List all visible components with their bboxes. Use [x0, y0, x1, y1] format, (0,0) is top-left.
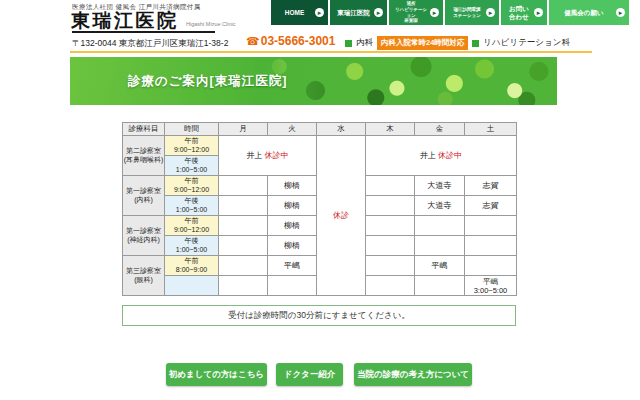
nav-item-visiting-nurse-station[interactable]: 瑞江訪問看護 ステーション ▸ — [445, 0, 499, 25]
schedule-cell: 大道寺 — [415, 196, 465, 216]
green-square-icon — [472, 40, 479, 47]
schedule-cell: 柳橋 — [268, 236, 317, 256]
schedule-cell: 井上 休診中 — [366, 136, 517, 176]
nav-item-label: 瑞江訪問看護 ステーション — [450, 7, 484, 18]
arrow-circle-icon: ▸ — [374, 8, 383, 17]
nav-item-contact[interactable]: お問い合わせ ▸ — [501, 0, 547, 25]
schedule-cell — [268, 276, 317, 296]
page: 医療法人社団 健風会 江戸川共済病院付属 東瑞江医院 Higashi Mizue… — [0, 0, 640, 400]
schedule-cell — [465, 216, 517, 236]
clinic-name-english: Higashi Mizue Clinic — [186, 21, 236, 27]
dept-rehab-label: リハビリテーション科 — [483, 37, 570, 49]
schedule-cell — [219, 236, 268, 256]
foliage-fade — [255, 57, 557, 105]
room-cell: 第二診察室(耳鼻咽喉科) — [123, 136, 165, 176]
schedule-cell: 平嶋3:00~5:00 — [465, 276, 517, 296]
badge-24h: 内科入院常時24時間対応 — [377, 36, 468, 50]
time-cell: 午後1:00~5:00 — [165, 236, 219, 256]
col-header: 診療科目 — [123, 123, 165, 136]
schedule-cell — [366, 276, 415, 296]
schedule-cell: 柳橋 — [268, 196, 317, 216]
nav-item-label: 健風会の願い — [554, 9, 614, 16]
schedule-cell — [219, 216, 268, 236]
doctor-intro-button[interactable]: ドクター紹介 — [276, 363, 343, 386]
schedule-cell: 柳橋 — [268, 216, 317, 236]
page-title: 診療のご案内[東瑞江医院] — [128, 57, 287, 105]
time-cell: 午前8:00~9:00 — [165, 256, 219, 276]
table-header-row: 診療科目 時間 月 火 水 木 金 土 — [123, 123, 517, 136]
first-visit-button[interactable]: 初めましての方はこちら — [166, 363, 267, 386]
arrow-circle-icon: ▸ — [534, 8, 543, 17]
reception-note: 受付は診療時間の30分前にすませてください。 — [122, 305, 516, 326]
clinic-address: 〒132-0044 東京都江戸川区東瑞江1-38-2 — [72, 38, 228, 50]
schedule-cell: 志賀 — [465, 196, 517, 216]
schedule-cell — [415, 236, 465, 256]
schedule-cell: 井上 休診中 — [219, 136, 317, 176]
time-cell: 午前9:00~12:00 — [165, 216, 219, 236]
col-header: 時間 — [165, 123, 219, 136]
schedule-cell — [219, 256, 268, 276]
main-nav: HOME ▸ 東瑞江医院 ▸ 通所 リハビリテーション 若葉園 ▸ 瑞江訪問看護… — [271, 0, 629, 25]
time-cell: 午前9:00~12:00 — [165, 136, 219, 156]
schedule-cell: 平嶋 — [415, 256, 465, 276]
green-square-icon — [345, 40, 352, 47]
col-header: 木 — [366, 123, 415, 136]
nav-item-clinic[interactable]: 東瑞江医院 ▸ — [330, 0, 387, 25]
schedule-cell: 大道寺 — [415, 176, 465, 196]
schedule-cell — [219, 196, 268, 216]
schedule-cell — [465, 256, 517, 276]
nav-item-day-rehab[interactable]: 通所 リハビリテーション 若葉園 ▸ — [389, 0, 443, 25]
treatment-policy-button[interactable]: 当院の診療の考え方について — [354, 363, 472, 386]
logo-underline — [72, 31, 215, 33]
arrow-circle-icon: ▸ — [315, 8, 324, 17]
time-cell: 午後1:00~5:00 — [165, 156, 219, 176]
schedule-cell — [366, 216, 415, 236]
nav-item-kenpukai-wish[interactable]: 健風会の願い ▸ — [549, 0, 629, 25]
schedule-cell — [366, 176, 415, 196]
nav-item-label: HOME — [276, 9, 313, 16]
phone-icon: ☎ — [246, 35, 260, 47]
room-cell: 第三診察室(眼科) — [123, 256, 165, 296]
schedule-cell — [465, 236, 517, 256]
schedule-cell — [366, 236, 415, 256]
schedule-cell — [219, 276, 268, 296]
department-row: 内科 内科入院常時24時間対応 リハビリテーション科 — [345, 36, 570, 50]
schedule-cell — [366, 196, 415, 216]
schedule-table: 診療科目 時間 月 火 水 木 金 土 第二診察室(耳鼻咽喉科) 午前9:00~… — [122, 122, 517, 296]
time-cell: 午前9:00~12:00 — [165, 176, 219, 196]
schedule-cell — [219, 176, 268, 196]
schedule-cell — [415, 216, 465, 236]
arrow-circle-icon: ▸ — [430, 8, 439, 17]
schedule-cell: 志賀 — [465, 176, 517, 196]
schedule-cell: 平嶋 — [268, 256, 317, 276]
room-cell: 第一診察室(内科) — [123, 176, 165, 216]
nav-item-label: 東瑞江医院 — [335, 9, 372, 16]
header-divider — [70, 51, 592, 53]
col-header: 水 — [317, 123, 366, 136]
time-cell — [165, 276, 219, 296]
phone-number: ☎03-5666-3001 — [246, 34, 335, 48]
room-cell: 第一診察室(神経内科) — [123, 216, 165, 256]
col-header: 火 — [268, 123, 317, 136]
nav-item-label: 通所 リハビリテーション 若葉園 — [394, 1, 428, 24]
arrow-circle-icon: ▸ — [616, 8, 625, 17]
arrow-circle-icon: ▸ — [486, 8, 495, 17]
wednesday-closed-cell: 休診 — [317, 136, 366, 296]
col-header: 土 — [465, 123, 517, 136]
nav-item-label: お問い合わせ — [506, 5, 532, 19]
table-row: 第二診察室(耳鼻咽喉科) 午前9:00~12:00 井上 休診中 休診 井上 休… — [123, 136, 517, 156]
schedule-cell — [366, 256, 415, 276]
col-header: 月 — [219, 123, 268, 136]
nav-item-home[interactable]: HOME ▸ — [271, 0, 328, 25]
dept-internal-label: 内科 — [356, 37, 373, 49]
schedule-cell — [415, 276, 465, 296]
col-header: 金 — [415, 123, 465, 136]
page-banner: 診療のご案内[東瑞江医院] — [70, 57, 557, 105]
time-cell: 午後1:00~5:00 — [165, 196, 219, 216]
schedule-cell: 柳橋 — [268, 176, 317, 196]
